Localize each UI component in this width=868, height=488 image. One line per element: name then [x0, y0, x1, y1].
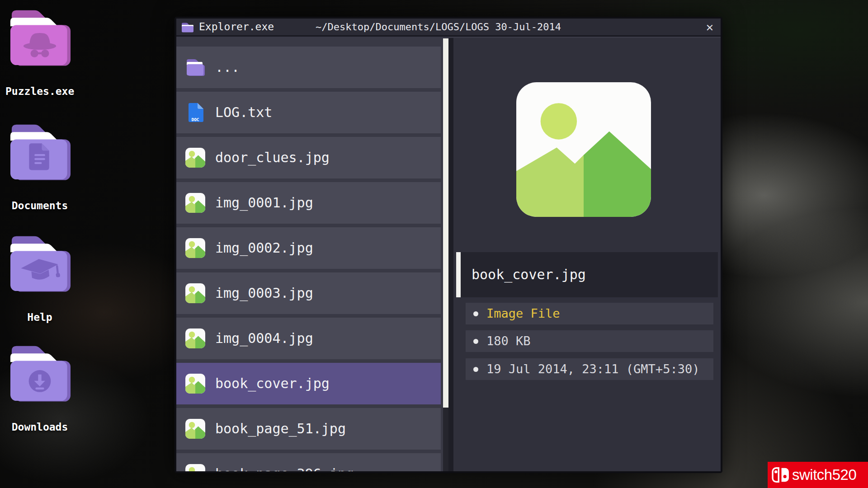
list-panel-divider	[448, 38, 453, 471]
image-preview-icon	[516, 82, 651, 217]
desktop-icon-label: Help	[5, 311, 74, 323]
switch-logo-icon	[771, 466, 791, 483]
doc-file-icon: DOC	[184, 102, 206, 123]
file-date-value: 19 Jul 2014, 23:11 (GMT+5:30)	[486, 358, 699, 380]
doc-icon-label: DOC	[191, 117, 199, 122]
file-row[interactable]: img_0003.jpg	[176, 272, 441, 314]
file-row[interactable]: book_page_51.jpg	[176, 408, 441, 450]
image-file-icon	[184, 328, 206, 349]
preview-filename: book_cover.jpg	[472, 252, 586, 297]
file-row[interactable]: img_0002.jpg	[176, 227, 441, 269]
explorer-window: Explorer.exe ~/Desktop/Documents/LOGS/LO…	[175, 17, 722, 473]
file-row[interactable]: book_page_396.jpg	[176, 453, 441, 471]
file-row-selected[interactable]: book_cover.jpg	[176, 363, 441, 404]
watermark-badge: switch520	[768, 462, 868, 488]
file-name: book_cover.jpg	[215, 363, 330, 404]
bullet-icon	[473, 339, 478, 344]
file-row[interactable]: img_0001.jpg	[176, 182, 441, 224]
detail-row-file-type: Image File	[466, 303, 713, 324]
file-row-parent-dir[interactable]: ...	[176, 47, 441, 88]
file-name: book_page_396.jpg	[215, 453, 354, 471]
desktop-icon-downloads[interactable]: Downloads	[5, 342, 74, 433]
image-file-icon	[184, 237, 206, 259]
file-row[interactable]: img_0004.jpg	[176, 318, 441, 359]
file-row-log-txt[interactable]: DOC LOG.txt	[176, 92, 441, 133]
file-name: img_0002.jpg	[215, 227, 313, 269]
desktop-icon-documents[interactable]: Documents	[5, 121, 74, 211]
scrollbar-thumb[interactable]	[443, 38, 448, 408]
desktop: Puzzles.exe Documents Help Downloads Exp…	[0, 0, 868, 488]
window-content: ... DOC LOG.txt door_clues.jpg img_0001.…	[176, 38, 721, 471]
bullet-icon	[473, 311, 478, 316]
file-name: ...	[215, 47, 240, 88]
document-folder-icon	[6, 121, 73, 182]
desktop-icon-help[interactable]: Help	[5, 232, 74, 323]
file-name: img_0004.jpg	[215, 318, 313, 359]
image-file-icon	[184, 282, 206, 304]
folder-icon	[181, 22, 194, 33]
folder-icon	[184, 56, 206, 78]
bullet-icon	[473, 367, 478, 372]
incognito-folder-icon	[6, 6, 73, 68]
file-type-value: Image File	[486, 303, 560, 324]
image-file-icon	[184, 373, 206, 394]
selection-marker	[456, 252, 461, 297]
scrollbar-track[interactable]	[443, 38, 448, 471]
close-icon[interactable]: ✕	[706, 19, 713, 35]
file-name: img_0001.jpg	[215, 182, 313, 224]
image-file-icon	[184, 418, 206, 440]
desktop-icon-label: Documents	[5, 200, 74, 211]
detail-row-file-size: 180 KB	[466, 330, 713, 352]
detail-row-file-date: 19 Jul 2014, 23:11 (GMT+5:30)	[466, 358, 713, 380]
file-row[interactable]: door_clues.jpg	[176, 137, 441, 178]
watermark-text: switch520	[792, 466, 856, 483]
window-title: Explorer.exe	[199, 19, 274, 35]
file-size-value: 180 KB	[486, 330, 531, 352]
image-file-icon	[184, 192, 206, 214]
desktop-icon-label: Downloads	[5, 421, 74, 433]
file-name: LOG.txt	[215, 92, 272, 133]
breadcrumb-path: ~/Desktop/Documents/LOGS/LOGS 30-Jul-201…	[316, 19, 561, 35]
desktop-icon-label: Puzzles.exe	[5, 85, 74, 97]
title-bar[interactable]: Explorer.exe ~/Desktop/Documents/LOGS/LO…	[176, 19, 721, 37]
image-file-icon	[184, 463, 206, 471]
file-name: door_clues.jpg	[215, 137, 330, 178]
graduation-folder-icon	[6, 232, 73, 294]
download-folder-icon	[6, 342, 73, 404]
file-name: img_0003.jpg	[215, 272, 313, 314]
preview-panel: book_cover.jpg Image File 180 KB 19 Jul …	[453, 38, 721, 471]
image-file-icon	[184, 147, 206, 169]
desktop-icon-puzzles[interactable]: Puzzles.exe	[5, 6, 74, 97]
preview-filename-band: book_cover.jpg	[456, 252, 718, 297]
file-name: book_page_51.jpg	[215, 408, 346, 450]
